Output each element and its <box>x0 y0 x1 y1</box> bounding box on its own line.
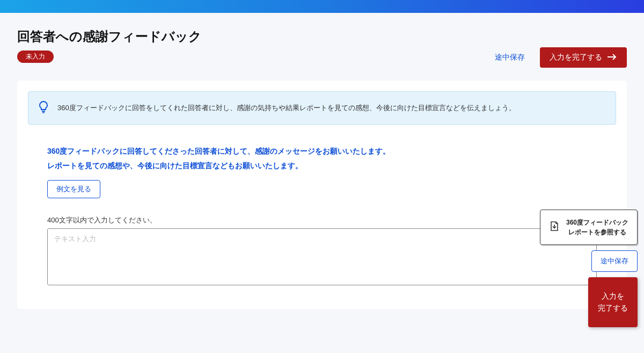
field-meta-row: 400文字以内で入力してください。 0 文字 <box>47 215 597 225</box>
page-title: 回答者への感謝フィードバック <box>17 28 202 45</box>
side-report-text: 360度フィードバック レポートを参照する <box>566 218 628 237</box>
complete-button-label: 入力を完了する <box>550 53 602 62</box>
draft-save-link[interactable]: 途中保存 <box>495 53 525 62</box>
example-button[interactable]: 例文を見る <box>47 180 100 198</box>
top-gradient-bar <box>0 0 644 13</box>
side-panel: 360度フィードバック レポートを参照する 途中保存 入力を 完了する <box>540 210 638 327</box>
arrow-right-icon <box>608 53 617 62</box>
info-box: 360度フィードバックに回答をしてくれた回答者に対し、感謝の気持ちや結果レポート… <box>28 91 616 125</box>
info-text: 360度フィードバックに回答をしてくれた回答者に対し、感謝の気持ちや結果レポート… <box>57 103 516 114</box>
side-complete-button[interactable]: 入力を 完了する <box>588 277 638 327</box>
page-header-actions: 途中保存 入力を完了する <box>495 47 627 68</box>
side-complete-line1: 入力を <box>598 290 628 302</box>
instruction-text: 360度フィードバックに回答してくださった回答者に対して、感謝のメッセージをお願… <box>47 144 597 172</box>
instruction-line-2: レポートを見ての感想や、今後に向けた目標宣言などもお願いいたします。 <box>47 159 597 173</box>
main-card: 360度フィードバックに回答をしてくれた回答者に対し、感謝の気持ちや結果レポート… <box>17 81 627 309</box>
char-limit-label: 400文字以内で入力してください。 <box>47 215 157 225</box>
complete-button[interactable]: 入力を完了する <box>540 47 627 68</box>
side-report-line1: 360度フィードバック <box>566 218 628 227</box>
feedback-textarea[interactable] <box>47 228 597 285</box>
lightbulb-icon <box>38 100 49 116</box>
side-report-button[interactable]: 360度フィードバック レポートを参照する <box>540 210 638 245</box>
side-report-line2: レポートを参照する <box>566 227 628 237</box>
page-header-left: 回答者への感謝フィードバック 未入力 <box>17 28 202 63</box>
instruction-line-1: 360度フィードバックに回答してくださった回答者に対して、感謝のメッセージをお願… <box>47 144 597 159</box>
status-badge: 未入力 <box>17 51 54 63</box>
download-icon <box>549 221 560 234</box>
form-section: 360度フィードバックに回答してくださった回答者に対して、感謝のメッセージをお願… <box>28 125 616 287</box>
side-complete-line2: 完了する <box>598 302 628 314</box>
side-draft-button[interactable]: 途中保存 <box>591 250 638 272</box>
page-header: 回答者への感謝フィードバック 未入力 途中保存 入力を完了する <box>17 28 627 68</box>
